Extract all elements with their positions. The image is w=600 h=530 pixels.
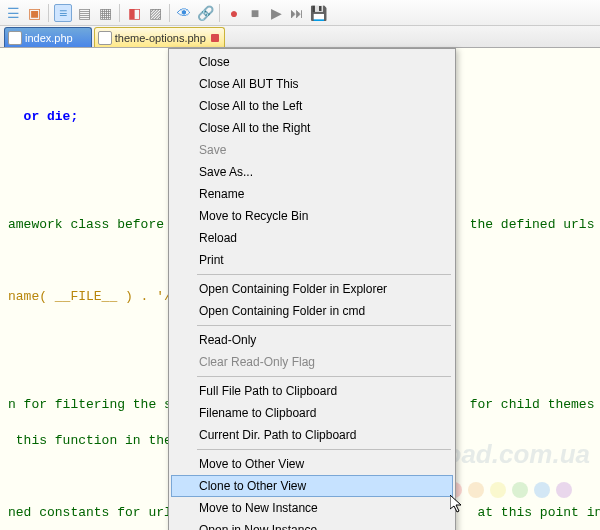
code-text: ned constants for url: [8, 505, 180, 520]
menu-item-move-to-new-instance[interactable]: Move to New Instance: [171, 497, 453, 519]
menu-separator: [197, 325, 451, 326]
toolbar-wrap-icon[interactable]: ≡: [54, 4, 72, 22]
toolbar-icon-7[interactable]: ▨: [146, 4, 164, 22]
menu-item-save: Save: [171, 139, 453, 161]
code-text: amework class before: [8, 217, 172, 232]
toolbar-icon-2[interactable]: ▣: [25, 4, 43, 22]
file-icon: [8, 31, 22, 45]
menu-item-print[interactable]: Print: [171, 249, 453, 271]
tab-context-menu: CloseClose All BUT ThisClose All to the …: [168, 48, 456, 530]
toolbar-record-icon[interactable]: ●: [225, 4, 243, 22]
menu-item-reload[interactable]: Reload: [171, 227, 453, 249]
menu-item-filename-to-clipboard[interactable]: Filename to Clipboard: [171, 402, 453, 424]
menu-item-full-file-path-to-clipboard[interactable]: Full File Path to Clipboard: [171, 380, 453, 402]
toolbar-save-icon[interactable]: 💾: [309, 4, 327, 22]
toolbar-icon-5[interactable]: ▦: [96, 4, 114, 22]
menu-item-close-all-to-the-left[interactable]: Close All to the Left: [171, 95, 453, 117]
menu-item-clear-read-only-flag: Clear Read-Only Flag: [171, 351, 453, 373]
menu-item-close[interactable]: Close: [171, 51, 453, 73]
menu-item-move-to-recycle-bin[interactable]: Move to Recycle Bin: [171, 205, 453, 227]
toolbar-stop-icon[interactable]: ■: [246, 4, 264, 22]
code-text: the defined urls and di: [462, 217, 600, 232]
menu-item-rename[interactable]: Rename: [171, 183, 453, 205]
code-text: n for filtering the s: [8, 397, 172, 412]
menu-item-clone-to-other-view[interactable]: Clone to Other View: [171, 475, 453, 497]
toolbar-ff-icon[interactable]: ⏭: [288, 4, 306, 22]
tab-bar: index.php theme-options.php: [0, 26, 600, 48]
menu-separator: [197, 274, 451, 275]
menu-item-save-as[interactable]: Save As...: [171, 161, 453, 183]
file-icon: [98, 31, 112, 45]
tab-label: index.php: [25, 32, 73, 44]
unsaved-indicator-icon: [210, 33, 220, 43]
toolbar: ☰ ▣ ≡ ▤ ▦ ◧ ▨ 👁 🔗 ● ■ ▶ ⏭ 💾: [0, 0, 600, 26]
menu-item-read-only[interactable]: Read-Only: [171, 329, 453, 351]
toolbar-eye-icon[interactable]: 👁: [175, 4, 193, 22]
code-text: for child themes to ov: [462, 397, 600, 412]
menu-item-current-dir-path-to-clipboard[interactable]: Current Dir. Path to Clipboard: [171, 424, 453, 446]
menu-item-open-containing-folder-in-explorer[interactable]: Open Containing Folder in Explorer: [171, 278, 453, 300]
toolbar-icon-4[interactable]: ▤: [75, 4, 93, 22]
code-text: this function in the: [8, 433, 180, 448]
menu-item-move-to-other-view[interactable]: Move to Other View: [171, 453, 453, 475]
toolbar-play-icon[interactable]: ▶: [267, 4, 285, 22]
code-text: name( __FILE__ ) . '/: [8, 289, 172, 304]
menu-item-open-in-new-instance[interactable]: Open in New Instance: [171, 519, 453, 530]
menu-item-open-containing-folder-in-cmd[interactable]: Open Containing Folder in cmd: [171, 300, 453, 322]
toolbar-icon-1[interactable]: ☰: [4, 4, 22, 22]
toolbar-link-icon[interactable]: 🔗: [196, 4, 214, 22]
menu-item-close-all-to-the-right[interactable]: Close All to the Right: [171, 117, 453, 139]
menu-item-close-all-but-this[interactable]: Close All BUT This: [171, 73, 453, 95]
tab-index-php[interactable]: index.php: [4, 27, 92, 47]
svg-rect-0: [211, 34, 219, 42]
code-text: at this point in a chil: [470, 505, 600, 520]
code-text: or die;: [8, 109, 78, 124]
menu-separator: [197, 449, 451, 450]
menu-separator: [197, 376, 451, 377]
tab-label: theme-options.php: [115, 32, 206, 44]
tab-theme-options-php[interactable]: theme-options.php: [94, 27, 225, 47]
toolbar-icon-6[interactable]: ◧: [125, 4, 143, 22]
